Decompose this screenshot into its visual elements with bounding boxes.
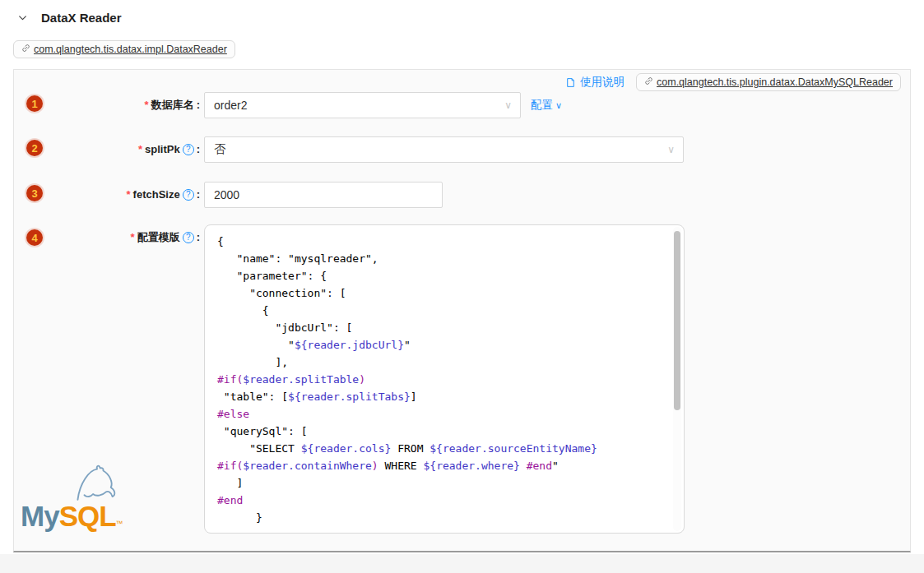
template-code-editor[interactable]: { "name": "mysqlreader", "parameter": { …: [204, 224, 685, 534]
required-asterisk: *: [127, 188, 131, 201]
required-asterisk: *: [138, 143, 142, 155]
mysql-logo: MySQL™: [19, 463, 128, 534]
dbname-select[interactable]: order2 ∨: [204, 92, 521, 118]
scrollbar-thumb[interactable]: [674, 231, 680, 410]
usage-doc-label: 使用说明: [580, 75, 625, 90]
link-icon: [21, 44, 30, 55]
chevron-down-icon[interactable]: [16, 12, 28, 24]
code-editor-content[interactable]: { "name": "mysqlreader", "parameter": { …: [205, 225, 669, 533]
splitpk-label: *splitPk?:: [47, 136, 200, 163]
splitpk-select-value: 否: [214, 142, 225, 157]
dbname-config-link[interactable]: 配置∨: [531, 92, 562, 118]
help-icon[interactable]: ?: [183, 144, 194, 155]
usage-doc-link[interactable]: 使用说明: [565, 75, 625, 90]
field-badge-1: 1: [26, 95, 43, 112]
field-badge-4: 4: [26, 229, 43, 246]
field-badge-3: 3: [26, 185, 43, 201]
splitpk-select[interactable]: 否 ∨: [204, 136, 684, 163]
link-icon: [644, 76, 653, 88]
section-header: DataX Reader: [16, 11, 122, 25]
reader-config-panel: 使用说明 com.qlangtech.tis.plugin.datax.Data…: [13, 69, 911, 552]
fetchsize-label: *fetchSize?:: [47, 182, 200, 208]
template-label: *配置模版?:: [47, 224, 200, 251]
fetchsize-input[interactable]: [204, 182, 443, 208]
dbname-select-value: order2: [214, 99, 247, 112]
required-asterisk: *: [145, 99, 149, 111]
page-title: DataX Reader: [41, 11, 122, 25]
chevron-down-icon: ∨: [504, 99, 512, 111]
help-icon[interactable]: ?: [183, 189, 194, 201]
required-asterisk: *: [131, 231, 135, 243]
dbname-label: *数据库名:: [47, 92, 200, 118]
field-badge-2: 2: [26, 140, 43, 156]
chevron-down-icon: ∨: [555, 92, 562, 118]
file-icon: [565, 77, 576, 88]
base-plugin-link[interactable]: com.qlangtech.tis.datax.impl.DataxReader: [34, 44, 227, 55]
base-plugin-tag[interactable]: com.qlangtech.tis.datax.impl.DataxReader: [13, 40, 235, 58]
datax-reader-page: DataX Reader com.qlangtech.tis.datax.imp…: [0, 0, 924, 573]
page-bottom-strip: [0, 554, 924, 573]
impl-plugin-tag[interactable]: com.qlangtech.tis.plugin.datax.DataxMySQ…: [636, 73, 901, 91]
panel-toolbar: 使用说明 com.qlangtech.tis.plugin.datax.Data…: [565, 73, 901, 91]
help-icon[interactable]: ?: [183, 232, 194, 243]
mysql-wordmark: MySQL™: [21, 501, 123, 530]
impl-plugin-link[interactable]: com.qlangtech.tis.plugin.datax.DataxMySQ…: [657, 76, 893, 88]
chevron-down-icon: ∨: [667, 144, 675, 155]
code-editor-scrollbar[interactable]: [673, 227, 681, 531]
